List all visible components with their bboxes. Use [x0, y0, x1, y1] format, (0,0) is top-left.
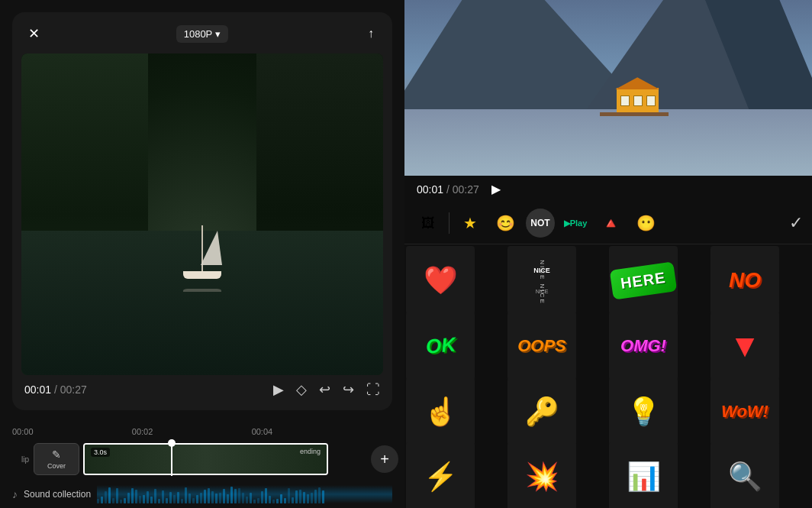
sticker-lightning[interactable]: ⚡: [406, 442, 475, 508]
sticker-omg[interactable]: OMG!: [609, 312, 678, 380]
yellow-house: [617, 74, 666, 112]
face-icon: 😶: [636, 214, 656, 232]
sticker-chart[interactable]: 📊: [609, 442, 678, 508]
wow-sticker-content: WoW!: [721, 402, 768, 422]
time-current: 00:01: [24, 383, 51, 396]
undo-button[interactable]: ↩: [319, 381, 330, 398]
house-window-left: [620, 95, 630, 106]
play-tool-icon: ▶Play: [564, 218, 588, 228]
sticker-here[interactable]: HERE: [609, 246, 678, 315]
sticker-question[interactable]: 🔑: [508, 377, 576, 446]
clip-end-label: ending: [300, 448, 321, 455]
water-fjord: [404, 109, 812, 176]
no-sticker-content: NO: [729, 268, 761, 293]
right-video-preview: [404, 0, 812, 176]
explosion-sticker-icon: 💥: [525, 461, 559, 493]
house-window-right: [646, 95, 656, 106]
heart-sticker-icon: ❤️: [424, 264, 458, 296]
arrow-down-sticker-content: ▼: [729, 330, 761, 362]
clip-cover-label: Cover: [47, 462, 66, 470]
check-button[interactable]: ✓: [789, 213, 803, 233]
not-tool-button[interactable]: NOT: [526, 209, 555, 238]
track-clips: ✎ Cover 3.0s ending: [34, 442, 366, 476]
sticker-magnify[interactable]: 🔍: [710, 442, 779, 508]
sailboat: [179, 218, 225, 279]
question-sticker-icon: 🔑: [525, 396, 559, 428]
right-video-time-bar: 00:01 / 00:27 ▶: [404, 176, 812, 202]
right-video-background: [404, 0, 812, 176]
timeline-area: 00:00 00:02 00:04 00:06 lip ✎ Cover 3.0s…: [0, 422, 404, 508]
reflection: [183, 289, 221, 292]
cone-icon: 🔺: [601, 214, 620, 232]
clip-cover-icon: ✎: [52, 448, 61, 461]
sticker-wow[interactable]: WoW!: [710, 377, 779, 446]
oops-sticker-content: OOPS: [517, 336, 566, 356]
ruler-mark-1: 00:02: [132, 427, 153, 436]
ok-sticker-content: OK: [424, 333, 456, 359]
sticker-oops[interactable]: OOPS: [508, 312, 576, 380]
time-total: 00:27: [60, 383, 87, 396]
lightning-sticker-icon: ⚡: [424, 461, 458, 493]
resolution-button[interactable]: 1080P ▾: [176, 25, 229, 43]
image-tool-button[interactable]: 🖼: [414, 209, 443, 238]
sticker-ok[interactable]: OK: [406, 312, 475, 380]
sticker-finger[interactable]: ☝️: [406, 377, 475, 446]
sticker-no[interactable]: NO: [710, 246, 779, 315]
right-time-display: 00:01 / 00:27: [417, 183, 479, 196]
upload-button[interactable]: ↑: [359, 21, 383, 46]
clip-main[interactable]: 3.0s ending: [83, 443, 328, 475]
check-icon: ✓: [789, 213, 803, 232]
omg-sticker-content: OMG!: [620, 336, 666, 356]
sticker-arrow-down[interactable]: ▼: [710, 312, 779, 380]
lightbulb-sticker-icon: 💡: [627, 396, 661, 428]
time-separator: /: [54, 383, 60, 396]
dock: [600, 112, 669, 116]
clip-cover[interactable]: ✎ Cover: [34, 443, 79, 475]
editor-toolbar: ✕ 1080P ▾ ↑: [21, 21, 383, 46]
ruler-mark-2: 00:04: [252, 427, 273, 436]
sticker-explosion[interactable]: 💥: [508, 442, 576, 508]
nice-sticker-content: NICE NICE NICE NICE: [515, 262, 569, 299]
add-clip-button[interactable]: +: [371, 445, 398, 473]
chart-sticker-icon: 📊: [627, 461, 661, 493]
finger-sticker-icon: ☝️: [424, 396, 458, 428]
close-button[interactable]: ✕: [21, 21, 46, 46]
right-time-total: 00:27: [453, 183, 479, 196]
time-display: 00:01 / 00:27: [24, 383, 87, 396]
sail: [201, 231, 222, 265]
image-icon: 🖼: [421, 215, 435, 231]
video-time-bar: 00:01 / 00:27 ▶ ◇ ↩ ↪ ⛶: [21, 375, 383, 401]
sticker-toolbar: 🖼 ★ 😊 NOT ▶Play 🔺 😶 ✓: [404, 202, 812, 244]
timeline-ruler: 00:00 00:02 00:04 00:06: [6, 425, 398, 438]
cone-tool-button[interactable]: 🔺: [596, 209, 625, 238]
track-label: lip: [6, 455, 29, 464]
ruler-mark-0: 00:00: [12, 427, 34, 436]
face-tool-button[interactable]: 😶: [631, 209, 660, 238]
clip-main-background: [85, 445, 327, 474]
sticker-heart[interactable]: ❤️: [406, 246, 475, 315]
not-label: NOT: [527, 216, 553, 230]
star-tool-button[interactable]: ★: [456, 209, 485, 238]
playhead: [171, 442, 172, 476]
house-window-center: [633, 95, 643, 106]
house-roof: [615, 77, 660, 89]
sound-icon: ♪: [12, 488, 18, 500]
here-sticker-content: HERE: [610, 261, 677, 299]
magnify-sticker-icon: 🔍: [728, 461, 762, 493]
right-panel: 00:01 / 00:27 ▶ 🖼 ★ 😊 NOT ▶Play 🔺 😶: [404, 0, 812, 508]
play-tool-button[interactable]: ▶Play: [561, 209, 590, 238]
video-editor-container: ✕ 1080P ▾ ↑ 00: [12, 12, 392, 410]
sticker-nice-nice[interactable]: NICE NICE NICE NICE: [508, 246, 576, 315]
sound-collection-label: Sound collection: [24, 489, 91, 500]
fullscreen-button[interactable]: ⛶: [366, 382, 380, 398]
redo-button[interactable]: ↪: [343, 381, 354, 398]
right-play-button[interactable]: ▶: [491, 182, 501, 196]
diamond-button[interactable]: ◇: [296, 381, 307, 398]
sticker-lightbulb[interactable]: 💡: [609, 377, 678, 446]
emoji-tool-button[interactable]: 😊: [491, 209, 520, 238]
play-button[interactable]: ▶: [273, 381, 284, 398]
sound-collection-bar: ♪ Sound collection: [6, 480, 398, 508]
hull: [183, 271, 221, 279]
right-time-current: 00:01: [417, 183, 443, 196]
playback-controls: ▶ ◇ ↩ ↪ ⛶: [273, 381, 380, 398]
